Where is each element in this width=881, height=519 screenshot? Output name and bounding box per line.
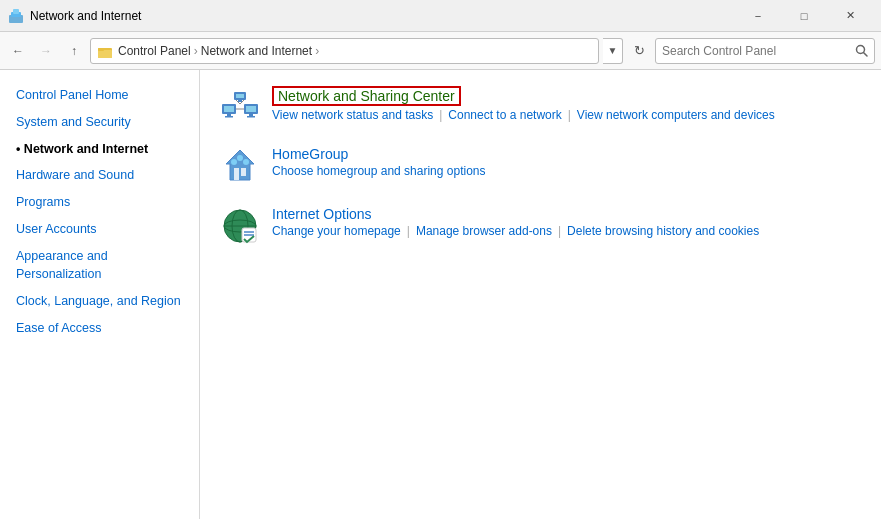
svg-point-27 <box>243 159 249 165</box>
internet-options-content: Internet Options Change your homepage | … <box>272 206 759 238</box>
svg-rect-24 <box>241 168 246 176</box>
delete-history-link[interactable]: Delete browsing history and cookies <box>567 224 759 238</box>
homegroup-options-link[interactable]: Choose homegroup and sharing options <box>272 164 485 178</box>
sidebar-item-user-accounts[interactable]: User Accounts <box>0 216 199 243</box>
up-button[interactable]: ↑ <box>62 39 86 63</box>
network-sharing-icon <box>220 86 260 126</box>
connect-network-link[interactable]: Connect to a network <box>448 108 561 122</box>
svg-rect-18 <box>238 100 242 102</box>
network-sharing-title[interactable]: Network and Sharing Center <box>272 86 461 106</box>
homegroup-content: HomeGroup Choose homegroup and sharing o… <box>272 146 485 178</box>
address-dropdown[interactable]: ▼ <box>603 38 623 64</box>
svg-rect-14 <box>249 114 253 116</box>
sidebar: Control Panel Home System and Security N… <box>0 70 200 519</box>
category-internet-options: Internet Options Change your homepage | … <box>220 206 861 246</box>
close-button[interactable]: ✕ <box>827 0 873 32</box>
window-icon <box>8 8 24 24</box>
network-sharing-content: Network and Sharing Center View network … <box>272 86 775 122</box>
homegroup-title[interactable]: HomeGroup <box>272 146 348 162</box>
search-box <box>655 38 875 64</box>
svg-rect-13 <box>246 106 256 112</box>
window-title: Network and Internet <box>30 9 735 23</box>
sidebar-item-control-panel-home[interactable]: Control Panel Home <box>0 82 199 109</box>
breadcrumb-networkinternet[interactable]: Network and Internet <box>201 44 312 58</box>
sidebar-item-system-security[interactable]: System and Security <box>0 109 199 136</box>
view-network-status-link[interactable]: View network status and tasks <box>272 108 433 122</box>
maximize-button[interactable]: □ <box>781 0 827 32</box>
refresh-button[interactable]: ↻ <box>627 39 651 63</box>
svg-rect-9 <box>224 106 234 112</box>
sidebar-item-clock-language[interactable]: Clock, Language, and Region <box>0 288 199 315</box>
sidebar-item-ease-access[interactable]: Ease of Access <box>0 315 199 342</box>
manage-addons-link[interactable]: Manage browser add-ons <box>416 224 552 238</box>
view-network-computers-link[interactable]: View network computers and devices <box>577 108 775 122</box>
search-input[interactable] <box>656 44 848 58</box>
network-sharing-links: View network status and tasks | Connect … <box>272 108 775 122</box>
category-homegroup: HomeGroup Choose homegroup and sharing o… <box>220 146 861 186</box>
svg-point-26 <box>237 155 243 161</box>
svg-rect-10 <box>227 114 231 116</box>
internet-options-links: Change your homepage | Manage browser ad… <box>272 224 759 238</box>
main-layout: Control Panel Home System and Security N… <box>0 70 881 519</box>
sidebar-item-appearance[interactable]: Appearance and Personalization <box>0 243 199 289</box>
address-path[interactable]: Control Panel › Network and Internet › <box>90 38 599 64</box>
internet-options-icon <box>220 206 260 246</box>
minimize-button[interactable]: − <box>735 0 781 32</box>
svg-rect-23 <box>234 168 239 180</box>
svg-rect-11 <box>225 116 233 118</box>
svg-rect-15 <box>247 116 255 118</box>
sidebar-item-network-internet[interactable]: Network and Internet <box>0 136 199 163</box>
svg-line-7 <box>863 53 867 57</box>
address-bar: ← → ↑ Control Panel › Network and Intern… <box>0 32 881 70</box>
forward-button[interactable]: → <box>34 39 58 63</box>
svg-rect-2 <box>13 9 19 14</box>
svg-rect-4 <box>98 50 112 58</box>
back-button[interactable]: ← <box>6 39 30 63</box>
svg-marker-22 <box>226 150 254 180</box>
sidebar-item-programs[interactable]: Programs <box>0 189 199 216</box>
category-network-sharing: Network and Sharing Center View network … <box>220 86 861 126</box>
title-bar: Network and Internet − □ ✕ <box>0 0 881 32</box>
search-button[interactable] <box>848 38 874 64</box>
sidebar-item-hardware-sound[interactable]: Hardware and Sound <box>0 162 199 189</box>
window-controls: − □ ✕ <box>735 0 873 32</box>
breadcrumb-controlpanel[interactable]: Control Panel <box>118 44 191 58</box>
svg-rect-5 <box>98 48 104 51</box>
internet-options-title[interactable]: Internet Options <box>272 206 372 222</box>
content-area: Network and Sharing Center View network … <box>200 70 881 519</box>
change-homepage-link[interactable]: Change your homepage <box>272 224 401 238</box>
svg-point-25 <box>231 159 237 165</box>
svg-rect-17 <box>236 94 244 98</box>
homegroup-icon <box>220 146 260 186</box>
homegroup-links: Choose homegroup and sharing options <box>272 164 485 178</box>
